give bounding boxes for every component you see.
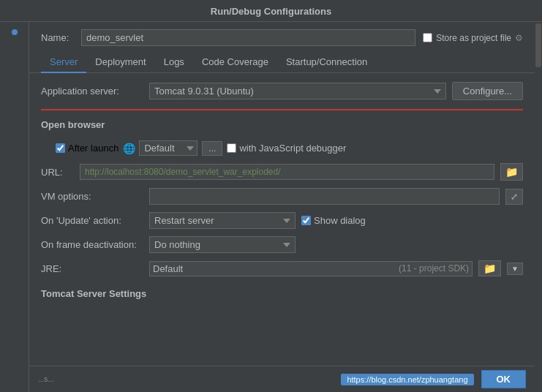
js-debugger-label: with JavaScript debugger: [239, 143, 346, 154]
bottom-bar: ...s... https://blog.csdn.net/zphuangtan…: [29, 366, 535, 392]
browser-dots-button[interactable]: ...: [202, 141, 222, 156]
scroll-thumb[interactable]: [535, 23, 541, 67]
tab-logs[interactable]: Logs: [155, 52, 193, 73]
url-label: URL:: [41, 167, 74, 178]
jre-label: JRE:: [41, 263, 143, 274]
url-input[interactable]: [80, 164, 494, 180]
on-frame-select[interactable]: Do nothing: [149, 236, 296, 253]
name-row: Name: Store as project file ⚙: [29, 22, 535, 52]
jre-value: Default: [153, 263, 399, 274]
js-debugger-row: with JavaScript debugger: [227, 143, 346, 154]
url-row: URL: 📁: [41, 163, 523, 181]
show-dialog-label: Show dialog: [314, 215, 366, 226]
chrome-icon: 🌐: [123, 143, 135, 154]
store-project-checkbox[interactable]: [423, 33, 432, 42]
jre-hint: (11 - project SDK): [399, 263, 469, 274]
after-launch-row: After launch 🌐 Default ... with JavaScri…: [41, 140, 523, 156]
vm-options-label: VM options:: [41, 191, 143, 202]
on-update-label: On 'Update' action:: [41, 215, 143, 226]
tab-deployment[interactable]: Deployment: [86, 52, 154, 73]
vm-options-row: VM options: ⤢: [41, 188, 523, 205]
after-launch-label: After launch: [68, 143, 118, 154]
app-server-select[interactable]: Tomcat 9.0.31 (Ubuntu): [149, 83, 446, 99]
show-dialog-check: Show dialog: [301, 215, 366, 226]
tab-code-coverage[interactable]: Code Coverage: [193, 52, 277, 73]
form-area: Application server: Tomcat 9.0.31 (Ubunt…: [29, 73, 535, 366]
scrollbar[interactable]: [535, 22, 542, 392]
bottom-left-text: ...s...: [38, 375, 54, 383]
tomcat-settings-label: Tomcat Server Settings: [41, 284, 523, 301]
separator-red: [41, 109, 523, 110]
app-server-label: Application server:: [41, 86, 143, 97]
browser-select[interactable]: Default: [139, 140, 197, 156]
left-panel-indicator: [12, 29, 18, 35]
after-launch-checkbox[interactable]: [56, 143, 65, 153]
store-project-row: Store as project file ⚙: [423, 33, 523, 43]
name-label: Name:: [41, 32, 74, 43]
jre-folder-button[interactable]: 📁: [478, 260, 501, 276]
after-launch-check: After launch: [56, 143, 118, 154]
tab-server[interactable]: Server: [41, 52, 86, 73]
open-browser-label: Open browser: [41, 119, 523, 130]
left-panel: [0, 22, 29, 392]
vm-expand-button[interactable]: ⤢: [505, 189, 523, 205]
tabs-row: Server Deployment Logs Code Coverage Sta…: [29, 52, 535, 73]
dialog-title: Run/Debug Configurations: [211, 6, 331, 17]
on-update-row: On 'Update' action: Restart server Show …: [41, 212, 523, 229]
url-folder-button[interactable]: 📁: [500, 163, 523, 181]
url-tooltip: https://blog.csdn.net/zphuangtang: [341, 374, 473, 385]
tab-startup-connection[interactable]: Startup/Connection: [277, 52, 376, 73]
name-input[interactable]: [81, 29, 415, 46]
title-bar: Run/Debug Configurations: [0, 0, 542, 22]
vm-options-input[interactable]: [149, 188, 500, 205]
gear-icon[interactable]: ⚙: [515, 33, 523, 43]
show-dialog-checkbox[interactable]: [301, 216, 311, 225]
jre-row: JRE: Default (11 - project SDK) 📁 ▼: [41, 260, 523, 276]
ok-button[interactable]: OK: [481, 370, 527, 388]
configure-button[interactable]: Configure...: [452, 82, 523, 100]
jre-dropdown-button[interactable]: ▼: [507, 263, 523, 275]
on-update-select[interactable]: Restart server: [149, 212, 296, 229]
on-frame-row: On frame deactivation: Do nothing: [41, 236, 523, 253]
jre-select-wrapper: Default (11 - project SDK): [149, 261, 473, 276]
dialog-body: Name: Store as project file ⚙ Server Dep…: [29, 22, 535, 392]
js-debugger-checkbox[interactable]: [227, 143, 236, 153]
store-project-label: Store as project file: [436, 33, 511, 43]
on-frame-label: On frame deactivation:: [41, 239, 143, 250]
app-server-row: Application server: Tomcat 9.0.31 (Ubunt…: [41, 82, 523, 100]
